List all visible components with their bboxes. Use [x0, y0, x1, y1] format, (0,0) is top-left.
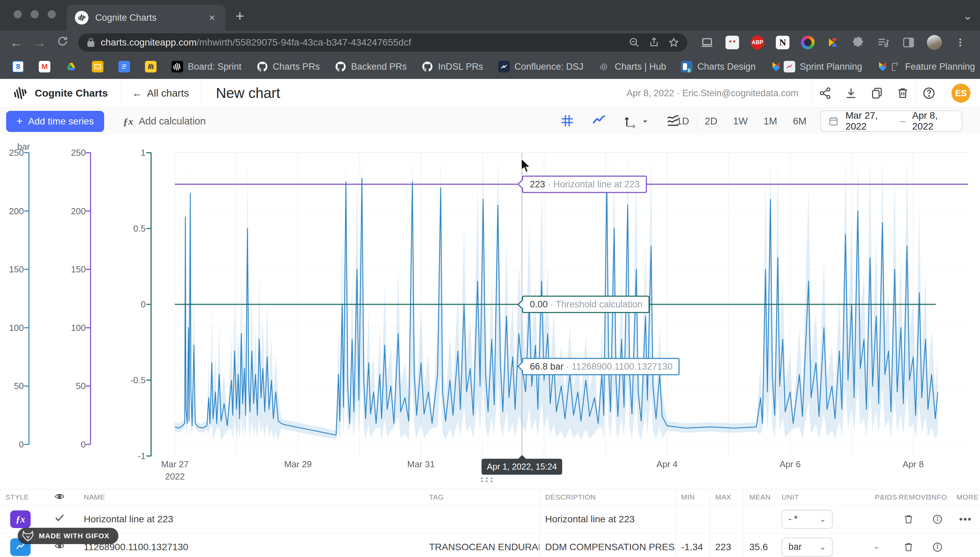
function-icon: ƒx	[123, 116, 133, 127]
column-header-remove: REMOVE	[893, 493, 924, 501]
info-button[interactable]	[924, 542, 951, 552]
chevron-down-icon	[642, 118, 649, 125]
side-panel-icon[interactable]	[902, 36, 915, 49]
range-button-6m[interactable]: 6M	[793, 116, 807, 127]
bookmark-item-icon-2[interactable]	[65, 61, 77, 72]
adblock-plus-extension-icon[interactable]: ABP	[751, 36, 764, 49]
grid-view-toggle-icon[interactable]	[560, 113, 575, 130]
bookmark-item-icon-4[interactable]	[118, 61, 130, 72]
bookmark-item-charts-prs[interactable]: Charts PRs	[256, 61, 320, 72]
extensions-row: * * ABP N	[700, 35, 967, 50]
browser-tab[interactable]: Cognite Charts ×	[67, 5, 225, 31]
notion-extension-icon[interactable]: N	[776, 36, 789, 49]
chevron-down-icon: ⌄	[820, 543, 826, 552]
user-avatar[interactable]: ES	[951, 84, 970, 103]
browser-profile-avatar[interactable]	[927, 35, 942, 50]
x-tick-label: Apr 6	[779, 458, 801, 470]
style-chip[interactable]: ƒx	[10, 510, 31, 528]
bookmark-item-icon-0[interactable]: 8	[12, 61, 24, 72]
add-calculation-button[interactable]: ƒx Add calculation	[123, 116, 206, 127]
bookmark-item-feature-planning[interactable]: Feature Planning	[877, 61, 975, 72]
browser-toolbar: ← → charts.cogniteapp.com/mhwirth/558290…	[0, 31, 980, 54]
column-header-info: INFO	[924, 493, 951, 501]
bookmark-item-charts-design[interactable]: Charts Design	[681, 61, 755, 72]
range-button-1w[interactable]: 1W	[733, 116, 748, 127]
password-manager-extension-icon[interactable]: * *	[725, 36, 739, 49]
browser-menu-icon[interactable]	[954, 36, 967, 49]
address-bar[interactable]: charts.cogniteapp.com/mhwirth/55829075-9…	[78, 33, 688, 52]
bookmark-item-indsl-prs[interactable]: InDSL PRs	[421, 61, 483, 72]
y-tick-label: 200	[61, 205, 86, 217]
new-tab-button[interactable]: +	[235, 8, 244, 24]
minimize-window-button[interactable]	[31, 10, 39, 18]
gslides-icon	[92, 61, 103, 72]
y-tick-label: 150	[61, 264, 86, 275]
help-button[interactable]	[916, 79, 942, 107]
source-name[interactable]: Horizontal line at 223	[78, 514, 424, 525]
bookmark-item-board-sprint[interactable]: Board: Sprint	[172, 61, 242, 72]
remove-button[interactable]	[893, 514, 924, 525]
range-button-1d[interactable]: 1D	[676, 116, 689, 127]
info-button[interactable]	[924, 514, 951, 525]
bookmark-star-icon[interactable]	[668, 37, 679, 48]
bookmark-item-confluence-dsj[interactable]: Confluence: DSJ	[498, 61, 583, 72]
add-time-series-button[interactable]: + Add time series	[6, 111, 104, 132]
chevron-doc-icon	[771, 61, 795, 72]
recorder-extension-icon[interactable]	[801, 36, 815, 49]
date-start[interactable]: Mar 27, 2022	[846, 110, 893, 132]
chart-title[interactable]: New chart	[201, 85, 295, 101]
download-button[interactable]	[838, 79, 864, 107]
unit-select[interactable]: bar⌄	[782, 537, 833, 557]
forward-button[interactable]: →	[33, 35, 46, 50]
y-tick-label: 150	[0, 264, 24, 275]
resize-drag-handle[interactable]	[481, 477, 494, 482]
window-overflow-chevron-icon[interactable]: ⌄	[963, 9, 973, 23]
table-row[interactable]: 11268900.1100.1327130TRANSOCEAN ENDURANC…	[0, 533, 980, 557]
bookmark-item-icon-1[interactable]: M	[39, 61, 51, 72]
source-name[interactable]: 11268900.1100.1327130	[78, 542, 424, 552]
unit-select[interactable]: - *⌄	[782, 510, 833, 529]
tab-close-icon[interactable]: ×	[207, 12, 217, 23]
date-end[interactable]: Apr 8, 2022	[912, 110, 954, 132]
zoom-window-button[interactable]	[47, 10, 56, 18]
all-charts-link[interactable]: ← All charts	[121, 87, 201, 99]
app-brand[interactable]: Cognite Charts	[0, 85, 120, 101]
share-button[interactable]	[812, 79, 838, 107]
more-button[interactable]: •••	[951, 513, 980, 525]
bookmark-label: Feature Planning	[905, 62, 975, 72]
chart-plot-area[interactable]: bar25020015010050025020015010050010.50-0…	[0, 135, 980, 489]
chart-annotation-label: 0.00 · Threshold calculation	[522, 296, 650, 313]
zight-extension-icon[interactable]	[826, 36, 840, 49]
gifox-badge: MADE WITH GIFOX	[18, 528, 118, 544]
x-tick-label: Mar 272022	[161, 458, 189, 482]
axis-settings-button[interactable]	[623, 114, 649, 129]
duplicate-button[interactable]	[864, 79, 890, 107]
extensions-puzzle-icon[interactable]	[851, 36, 865, 49]
zoom-out-page-icon[interactable]	[629, 37, 640, 48]
range-button-1m[interactable]: 1M	[764, 116, 777, 127]
back-button[interactable]: ←	[10, 35, 23, 50]
delete-button[interactable]	[890, 79, 916, 107]
miro-icon	[145, 61, 157, 72]
visibility-column-header[interactable]	[47, 492, 78, 503]
bookmark-label: InDSL PRs	[438, 62, 483, 72]
share-page-icon[interactable]	[648, 37, 660, 48]
bookmark-item-icon-5[interactable]	[145, 61, 157, 72]
bookmark-item-icon-3[interactable]	[92, 61, 103, 72]
x-tick-label: Mar 29	[284, 458, 312, 470]
line-chart-toggle-icon[interactable]	[591, 113, 607, 130]
bookmark-item-charts-hub[interactable]: Charts | Hub	[598, 61, 666, 72]
table-row[interactable]: ƒxHorizontal line at 223Horizontal line …	[0, 505, 980, 533]
date-range-picker[interactable]: Mar 27, 2022 – Apr 8, 2022	[820, 111, 962, 132]
chart-toolbar: + Add time series ƒx Add calculation 1D2…	[0, 108, 980, 135]
bookmark-item-backend-prs[interactable]: Backend PRs	[335, 61, 407, 72]
media-queue-icon[interactable]	[877, 36, 890, 49]
remove-button[interactable]	[893, 542, 924, 552]
visibility-toggle[interactable]	[47, 513, 78, 525]
close-window-button[interactable]	[14, 10, 22, 18]
url-text: charts.cogniteapp.com/mhwirth/55829075-9…	[101, 37, 620, 48]
screen-share-extension-icon[interactable]	[700, 36, 714, 49]
range-button-2d[interactable]: 2D	[705, 116, 717, 127]
reload-button[interactable]	[56, 35, 69, 50]
bookmark-item-sprint-planning[interactable]: Sprint Planning	[771, 61, 862, 72]
